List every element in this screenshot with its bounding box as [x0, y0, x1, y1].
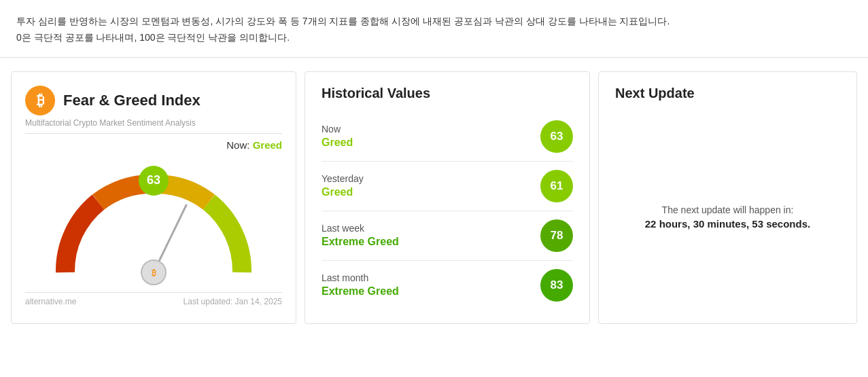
- hist-circle: 61: [540, 170, 573, 202]
- hist-row-text: Last week Extreme Greed: [322, 223, 399, 248]
- hist-row-text: Now Greed: [322, 124, 353, 149]
- main-content: ₿ Fear & Greed Index Multifactorial Cryp…: [0, 58, 868, 338]
- hist-row: Now Greed 63: [322, 112, 573, 162]
- description-line2: 0은 극단적 공포를 나타내며, 100은 극단적인 낙관을 의미합니다.: [16, 30, 852, 46]
- next-update-title: Next Update: [615, 86, 840, 101]
- footer-updated: Last updated: Jan 14, 2025: [184, 297, 282, 306]
- next-update-body: The next update will happen in: 22 hours…: [615, 112, 840, 295]
- gauge-value-bubble: 63: [139, 166, 169, 196]
- fgi-header: ₿ Fear & Greed Index: [25, 86, 282, 115]
- hist-period: Last month: [322, 272, 399, 283]
- hist-row: Yesterday Greed 61: [322, 162, 573, 211]
- gauge-container: 63 ₿: [38, 154, 269, 289]
- hist-sentiment: Greed: [322, 186, 364, 198]
- historical-panel: Historical Values Now Greed 63 Yesterday…: [305, 71, 590, 324]
- hist-row-text: Yesterday Greed: [322, 173, 364, 198]
- hist-period: Now: [322, 124, 353, 134]
- hist-circle: 63: [540, 120, 573, 153]
- hist-row: Last week Extreme Greed 78: [322, 211, 573, 261]
- hist-period: Last week: [322, 223, 399, 234]
- bitcoin-icon: ₿: [25, 86, 55, 115]
- description-line1: 투자 심리를 반영하는 시장의 모멘텀과 변동성, 시가의 강도와 폭 등 7개…: [16, 14, 852, 30]
- svg-text:₿: ₿: [152, 268, 156, 278]
- fgi-title: Fear & Greed Index: [63, 92, 201, 109]
- hist-sentiment: Greed: [322, 137, 353, 149]
- hist-row: Last month Extreme Greed 83: [322, 261, 573, 310]
- historical-rows: Now Greed 63 Yesterday Greed 61 Last wee…: [322, 112, 573, 310]
- hist-circle: 78: [540, 219, 573, 252]
- footer-source: alternative.me: [25, 297, 76, 306]
- description-block: 투자 심리를 반영하는 시장의 모멘텀과 변동성, 시가의 강도와 폭 등 7개…: [0, 0, 868, 58]
- hist-sentiment: Extreme Greed: [322, 285, 399, 298]
- hist-circle: 83: [540, 269, 573, 302]
- next-update-time: 22 hours, 30 minutes, 53 seconds.: [645, 218, 810, 230]
- hist-period: Yesterday: [322, 173, 364, 184]
- hist-sentiment: Extreme Greed: [322, 236, 399, 248]
- next-update-description: The next update will happen in:: [662, 204, 794, 215]
- fear-greed-widget: ₿ Fear & Greed Index Multifactorial Cryp…: [11, 71, 296, 324]
- left-footer: alternative.me Last updated: Jan 14, 202…: [25, 292, 282, 306]
- fgi-subtitle: Multifactorial Crypto Market Sentiment A…: [25, 118, 282, 134]
- next-update-panel: Next Update The next update will happen …: [598, 71, 857, 324]
- hist-row-text: Last month Extreme Greed: [322, 272, 399, 298]
- now-label: Now: Greed: [25, 139, 282, 151]
- historical-title: Historical Values: [322, 86, 573, 101]
- now-sentiment: Greed: [253, 139, 282, 151]
